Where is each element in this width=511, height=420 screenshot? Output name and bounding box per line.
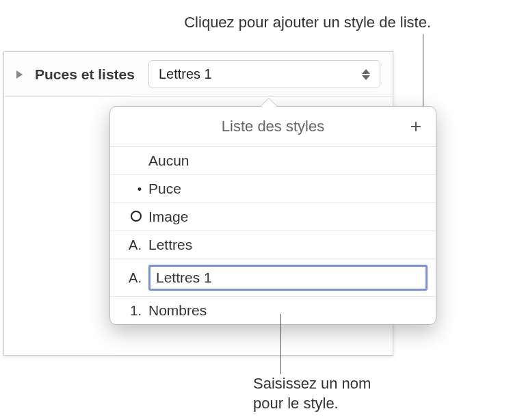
style-label-letters: Lettres	[148, 237, 428, 253]
disclosure-triangle-icon[interactable]	[16, 70, 23, 79]
marker-letters1: A.	[118, 270, 148, 286]
circle-icon	[118, 209, 148, 225]
popover-title: Liste des styles	[222, 118, 324, 135]
list-style-dropdown[interactable]: Lettres 1	[148, 60, 380, 88]
callout-line-bottom	[280, 314, 281, 374]
style-item-bullet[interactable]: Puce	[110, 175, 436, 203]
marker-letters: A.	[118, 237, 148, 253]
callout-add-style: Cliquez pour ajouter un style de liste.	[103, 14, 431, 31]
callout-bottom-line2: pour le style.	[253, 394, 371, 414]
dropdown-value: Lettres 1	[159, 66, 212, 82]
style-item-numbers[interactable]: 1. Nombres	[110, 297, 436, 324]
style-item-image[interactable]: Image	[110, 203, 436, 231]
panel-header: Puces et listes Lettres 1	[4, 52, 393, 97]
section-label: Puces et listes	[35, 66, 135, 83]
callout-enter-name: Saisissez un nom pour le style.	[253, 374, 371, 413]
style-label-image: Image	[148, 209, 428, 225]
style-list: Aucun Puce Image A. Lettres A. 1. Nombre…	[110, 147, 436, 324]
style-item-letters1-editing[interactable]: A.	[110, 259, 436, 297]
callout-bottom-line1: Saisissez un nom	[253, 374, 371, 394]
styles-popover: Liste des styles Aucun Puce Image A. Let…	[109, 106, 436, 325]
popover-title-bar: Liste des styles	[110, 107, 436, 147]
bullet-icon	[118, 181, 148, 197]
chevron-updown-icon	[362, 69, 370, 80]
marker-numbers: 1.	[118, 303, 148, 319]
style-label-numbers: Nombres	[148, 302, 428, 319]
style-label-none: Aucun	[148, 153, 428, 169]
add-style-button[interactable]	[407, 118, 425, 135]
style-item-letters[interactable]: A. Lettres	[110, 231, 436, 259]
style-name-input[interactable]	[148, 265, 428, 291]
style-item-none[interactable]: Aucun	[110, 147, 436, 175]
style-label-bullet: Puce	[148, 181, 428, 197]
